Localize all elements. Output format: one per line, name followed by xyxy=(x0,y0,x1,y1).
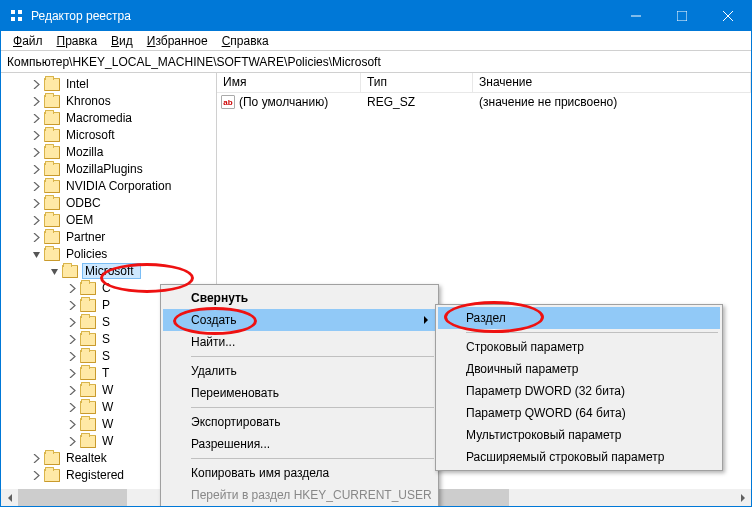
ctx-delete[interactable]: Удалить xyxy=(163,360,436,382)
tree-node-label: Macromedia xyxy=(64,111,134,125)
svg-rect-2 xyxy=(11,17,15,21)
chevron-right-icon[interactable] xyxy=(31,130,42,141)
sub-dword[interactable]: Параметр DWORD (32 бита) xyxy=(438,380,720,402)
folder-icon xyxy=(80,316,96,329)
tree-node[interactable]: NVIDIA Corporation xyxy=(31,178,216,194)
tree-node[interactable]: Macromedia xyxy=(31,110,216,126)
separator xyxy=(191,356,434,357)
chevron-right-icon[interactable] xyxy=(31,181,42,192)
tree-node[interactable]: Partner xyxy=(31,229,216,245)
chevron-right-icon[interactable] xyxy=(31,113,42,124)
chevron-down-icon[interactable] xyxy=(49,266,60,277)
tree-node[interactable]: Intel xyxy=(31,76,216,92)
separator xyxy=(191,458,434,459)
sub-multi[interactable]: Мультистроковый параметр xyxy=(438,424,720,446)
folder-icon xyxy=(44,95,60,108)
chevron-right-icon[interactable] xyxy=(67,368,78,379)
col-value[interactable]: Значение xyxy=(473,73,751,92)
minimize-button[interactable] xyxy=(613,1,659,31)
separator xyxy=(191,407,434,408)
col-name[interactable]: Имя xyxy=(217,73,361,92)
tree-node[interactable]: OEM xyxy=(31,212,216,228)
chevron-right-icon[interactable] xyxy=(31,470,42,481)
regedit-icon xyxy=(9,8,25,24)
menu-favorites[interactable]: Избранное xyxy=(141,32,214,50)
value-data: (значение не присвоено) xyxy=(473,95,751,109)
chevron-right-icon[interactable] xyxy=(67,419,78,430)
menu-help[interactable]: Справка xyxy=(216,32,275,50)
tree-node-label: Intel xyxy=(64,77,91,91)
chevron-down-icon[interactable] xyxy=(31,249,42,260)
value-name: (По умолчанию) xyxy=(239,95,328,109)
ctx-find[interactable]: Найти... xyxy=(163,331,436,353)
folder-icon xyxy=(44,231,60,244)
chevron-right-icon[interactable] xyxy=(31,232,42,243)
chevron-right-icon[interactable] xyxy=(31,164,42,175)
menu-edit[interactable]: Правка xyxy=(51,32,104,50)
sub-binary[interactable]: Двоичный параметр xyxy=(438,358,720,380)
folder-icon xyxy=(44,197,60,210)
tree-node[interactable]: Microsoft xyxy=(31,263,216,279)
chevron-right-icon[interactable] xyxy=(67,334,78,345)
maximize-button[interactable] xyxy=(659,1,705,31)
tree-node[interactable]: Khronos xyxy=(31,93,216,109)
ctx-rename[interactable]: Переименовать xyxy=(163,382,436,404)
ctx-permissions[interactable]: Разрешения... xyxy=(163,433,436,455)
chevron-right-icon[interactable] xyxy=(31,198,42,209)
chevron-right-icon[interactable] xyxy=(67,385,78,396)
window-title: Редактор реестра xyxy=(31,9,613,23)
string-value-icon: ab xyxy=(221,95,235,109)
menu-file[interactable]: Файл xyxy=(7,32,49,50)
tree-node-label: Microsoft xyxy=(82,263,141,279)
chevron-right-icon[interactable] xyxy=(67,402,78,413)
menubar: Файл Правка Вид Избранное Справка xyxy=(1,31,751,51)
tree-node[interactable]: ODBC xyxy=(31,195,216,211)
tree-node[interactable]: Microsoft xyxy=(31,127,216,143)
folder-icon xyxy=(80,299,96,312)
tree-node[interactable]: MozillaPlugins xyxy=(31,161,216,177)
ctx-goto-hkcu[interactable]: Перейти в раздел HKEY_CURRENT_USER xyxy=(163,484,436,506)
folder-icon xyxy=(44,78,60,91)
ctx-export[interactable]: Экспортировать xyxy=(163,411,436,433)
tree-node[interactable]: Policies xyxy=(31,246,216,262)
chevron-right-icon[interactable] xyxy=(31,96,42,107)
close-button[interactable] xyxy=(705,1,751,31)
tree-node-label: Mozilla xyxy=(64,145,105,159)
tree-node-label: Khronos xyxy=(64,94,113,108)
tree-node[interactable]: Mozilla xyxy=(31,144,216,160)
value-type: REG_SZ xyxy=(361,95,473,109)
chevron-right-icon[interactable] xyxy=(67,351,78,362)
sub-key[interactable]: Раздел xyxy=(438,307,720,329)
chevron-right-icon[interactable] xyxy=(31,147,42,158)
folder-icon xyxy=(80,350,96,363)
folder-icon xyxy=(44,112,60,125)
ctx-collapse[interactable]: Свернуть xyxy=(163,287,436,309)
separator xyxy=(466,332,718,333)
chevron-right-icon[interactable] xyxy=(31,453,42,464)
folder-icon xyxy=(80,401,96,414)
tree-node-label: W xyxy=(100,400,115,414)
sub-qword[interactable]: Параметр QWORD (64 бита) xyxy=(438,402,720,424)
chevron-right-icon[interactable] xyxy=(67,300,78,311)
ctx-copyname[interactable]: Копировать имя раздела xyxy=(163,462,436,484)
chevron-right-icon[interactable] xyxy=(31,215,42,226)
address-bar[interactable]: Компьютер\HKEY_LOCAL_MACHINE\SOFTWARE\Po… xyxy=(1,51,751,73)
ctx-create[interactable]: Создать xyxy=(163,309,436,331)
svg-rect-5 xyxy=(677,11,687,21)
chevron-right-icon[interactable] xyxy=(31,79,42,90)
col-type[interactable]: Тип xyxy=(361,73,473,92)
chevron-right-icon[interactable] xyxy=(67,317,78,328)
sub-string[interactable]: Строковый параметр xyxy=(438,336,720,358)
folder-icon xyxy=(80,435,96,448)
sub-expand[interactable]: Расширяемый строковый параметр xyxy=(438,446,720,468)
tree-node-label: S xyxy=(100,349,112,363)
folder-icon xyxy=(44,129,60,142)
chevron-right-icon[interactable] xyxy=(67,283,78,294)
chevron-right-icon[interactable] xyxy=(67,436,78,447)
tree-node-label: Microsoft xyxy=(64,128,117,142)
tree-node-label: Registered xyxy=(64,468,126,482)
tree-node-label: Partner xyxy=(64,230,107,244)
value-row[interactable]: ab(По умолчанию) REG_SZ (значение не при… xyxy=(217,93,751,111)
folder-icon xyxy=(80,384,96,397)
menu-view[interactable]: Вид xyxy=(105,32,139,50)
